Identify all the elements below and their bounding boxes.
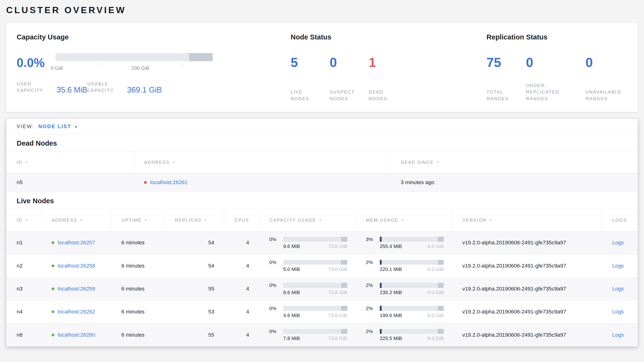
- capacity-total-value: 73.8 GiB: [328, 335, 347, 341]
- node-replicas: 54: [164, 254, 224, 277]
- column-header-label: UPTIME: [122, 218, 142, 223]
- capacity-usage-cell: 0% 4.6 MiB 73.8 GiB: [259, 300, 356, 323]
- column-header[interactable]: DEAD SINCE▼: [390, 152, 638, 173]
- sort-arrow-icon: ▼: [436, 160, 440, 164]
- capacity-usage-title: Capacity Usage: [17, 33, 291, 41]
- capacity-used-value: 9.6 MiB: [283, 243, 300, 249]
- logs-cell: Logs: [602, 254, 638, 277]
- bar-endcap: [438, 260, 444, 265]
- column-header[interactable]: CPUS▼: [224, 209, 259, 231]
- node-cpus: 4: [224, 300, 259, 323]
- node-address-link[interactable]: localhost:26257: [58, 240, 95, 246]
- bar-endcap: [341, 237, 347, 242]
- dead-node-row: n5 localhost:26261 3 minutes ago: [6, 173, 638, 192]
- column-header[interactable]: ADDRESS▼: [41, 209, 111, 231]
- stat-value: 369.1 GiB: [127, 85, 162, 94]
- mem-percent: 3%: [366, 237, 377, 242]
- mem-used-value: 255.4 MiB: [380, 243, 402, 249]
- bar-endcap: [341, 306, 347, 311]
- column-header-label: CPUS: [234, 218, 249, 223]
- live-status-dot: [52, 241, 54, 244]
- column-header[interactable]: LOGS▼: [602, 209, 638, 231]
- node-address-link[interactable]: localhost:26260: [58, 332, 95, 338]
- bar-endcap: [341, 329, 347, 334]
- live-status-dot: [52, 310, 54, 313]
- node-id: n5: [6, 173, 134, 192]
- node-uptime: 6 minutes: [111, 254, 165, 277]
- logs-link[interactable]: Logs: [612, 240, 624, 246]
- stat-value: 0: [330, 56, 368, 69]
- sort-arrow-icon: ▼: [318, 218, 322, 222]
- column-header[interactable]: UPTIME▼: [111, 209, 165, 231]
- column-header[interactable]: MEM USAGE▼: [356, 209, 452, 231]
- column-header[interactable]: CAPACITY USAGE▼: [259, 209, 356, 231]
- live-nodes-title: Live Nodes: [17, 197, 638, 205]
- view-mode-dropdown[interactable]: VIEW: NODE LIST ▼: [6, 119, 638, 134]
- sort-arrow-icon: ▼: [25, 218, 29, 222]
- stat-value: 75: [486, 56, 526, 69]
- logs-link[interactable]: Logs: [612, 286, 624, 292]
- node-address-link[interactable]: localhost:26261: [150, 179, 188, 186]
- node-address-cell: localhost:26261: [134, 173, 390, 192]
- sort-arrow-icon: ▼: [172, 160, 176, 164]
- node-address-cell: localhost:26258: [41, 254, 111, 277]
- mem-usage-cell: 2% 225.5 MiB 8.0 GiB: [356, 323, 452, 346]
- column-header[interactable]: ID▼: [6, 152, 134, 173]
- capacity-used-value: 8.6 MiB: [283, 290, 300, 295]
- column-header-label: LOGS: [612, 218, 627, 223]
- cluster-overview-page: CLUSTER OVERVIEW Capacity Usage 0.0% 0 G…: [0, 0, 644, 352]
- stat-value: 0: [586, 56, 611, 69]
- dead-status-dot: [144, 181, 147, 184]
- bar-endcap: [341, 283, 347, 288]
- logs-cell: Logs: [602, 231, 638, 254]
- logs-link[interactable]: Logs: [612, 263, 624, 269]
- column-header-label: VERSION: [462, 218, 486, 223]
- node-address-link[interactable]: localhost:26258: [58, 263, 95, 269]
- stat-label: LIVE NODES: [291, 89, 316, 102]
- dead-nodes-title: Dead Nodes: [17, 139, 638, 147]
- mem-percent: 2%: [366, 259, 377, 265]
- node-cpus: 4: [224, 323, 259, 346]
- logs-link[interactable]: Logs: [612, 332, 624, 338]
- node-status-stat: 0 SUSPECT NODES: [330, 56, 368, 102]
- node-address-link[interactable]: localhost:26259: [58, 286, 95, 292]
- stat-label: DEAD NODES: [368, 89, 394, 102]
- capacity-percent: 0%: [269, 237, 281, 242]
- node-cpus: 4: [224, 277, 259, 300]
- mem-usage-cell: 2% 235.2 MiB 8.0 GiB: [356, 277, 452, 300]
- replication-stats: 75 TOTAL RANGES 0 UNDER-REPLICATED RANGE…: [486, 56, 627, 102]
- dead-nodes-header-row: ID▼ ADDRESS▼ DEAD SINCE▼: [6, 152, 638, 173]
- stat-value: 0: [526, 56, 586, 69]
- node-status-stat: 1 DEAD NODES: [368, 56, 394, 102]
- stat-label: USABLE CAPACITY: [87, 81, 122, 94]
- sort-arrow-icon: ▼: [144, 218, 148, 222]
- bar-fill: [380, 237, 382, 242]
- node-address-link[interactable]: localhost:26262: [58, 309, 95, 315]
- view-selected-value: NODE LIST: [38, 124, 71, 130]
- capacity-usage-bar: [283, 283, 347, 288]
- node-status-title: Node Status: [291, 33, 487, 41]
- sort-arrow-icon: ▼: [80, 218, 84, 222]
- bar-endcap: [438, 237, 444, 242]
- column-header[interactable]: ADDRESS▼: [134, 152, 390, 173]
- capacity-total-value: 73.8 GiB: [328, 243, 347, 249]
- capacity-stats: USED CAPACITY 35.6 MiB USABLE CAPACITY 3…: [17, 81, 291, 94]
- bar-fill: [380, 329, 382, 334]
- column-header[interactable]: VERSION▼: [452, 209, 602, 231]
- column-header[interactable]: REPLICAS▼: [164, 209, 224, 231]
- logs-cell: Logs: [602, 300, 638, 323]
- mem-total-value: 8.0 GiB: [428, 266, 444, 272]
- column-header-label: DEAD SINCE: [401, 160, 434, 165]
- mem-usage-bar: [380, 329, 444, 334]
- live-nodes-table: ID▼ ADDRESS▼ UPTIME▼ REPLICAS▼ CPUS▼ CAP…: [6, 209, 638, 347]
- sort-arrow-icon: ▼: [204, 218, 208, 222]
- node-id: n4: [6, 300, 41, 323]
- capacity-usage-bar: [283, 329, 347, 334]
- logs-link[interactable]: Logs: [612, 309, 624, 315]
- column-header-label: ID: [17, 218, 22, 223]
- axis-tick-mark: [183, 64, 183, 66]
- column-header[interactable]: ID▼: [6, 209, 41, 231]
- capacity-stat: USABLE CAPACITY 369.1 GiB: [87, 81, 162, 94]
- dead-nodes-table: ID▼ ADDRESS▼ DEAD SINCE▼ n5 l: [6, 151, 638, 192]
- node-address-cell: localhost:26262: [41, 300, 111, 323]
